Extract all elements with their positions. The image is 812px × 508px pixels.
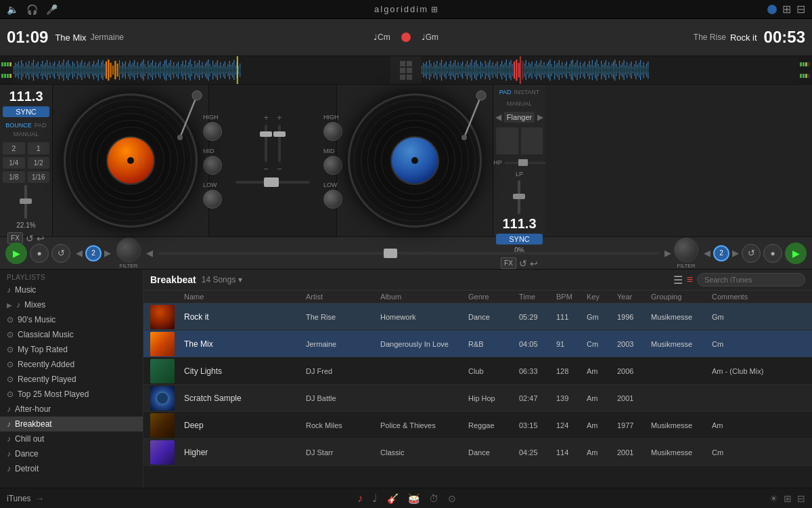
speaker-icon[interactable]: 🔈	[7, 4, 18, 15]
guitar-icon[interactable]: 🎸	[387, 493, 399, 504]
drum-icon[interactable]: 🥁	[408, 493, 420, 504]
left-cue-btn[interactable]: ●	[30, 244, 49, 263]
left-filter-knob[interactable]	[116, 238, 141, 262]
right-channel-fader[interactable]	[273, 131, 286, 137]
sidebar-item-90s[interactable]: ⊙ 90's Music	[0, 312, 143, 327]
clock-icon[interactable]: ⏱	[429, 493, 438, 504]
left-mode-pad[interactable]: PAD	[35, 122, 47, 129]
col-comments-header[interactable]: Comments	[712, 293, 805, 301]
left-pitch-next[interactable]: ▶	[664, 248, 671, 258]
song-icon[interactable]: ♩	[372, 492, 378, 505]
list-view-icon[interactable]: ≡	[687, 274, 693, 286]
left-mode-manual[interactable]: MANUAL	[14, 131, 39, 137]
headphones-icon[interactable]: 🎧	[26, 4, 38, 15]
track-count[interactable]: 14 Songs ▾	[202, 275, 242, 284]
window-btn-2[interactable]: ⊞	[782, 3, 791, 16]
col-genre-header[interactable]: Genre	[468, 293, 519, 301]
settings-icon[interactable]: ⊙	[448, 493, 456, 504]
waveform-center-grid[interactable]	[390, 56, 422, 84]
left-prev-btn[interactable]: ◀	[76, 248, 83, 258]
table-row[interactable]: The Mix Jermaine Dangerously In Love R&B…	[143, 331, 812, 358]
beat-1[interactable]: 1	[28, 142, 50, 154]
sidebar-item-top25[interactable]: ⊙ Top 25 Most Played	[0, 387, 143, 402]
hp-slider[interactable]	[518, 159, 528, 166]
sidebar-item-top-rated[interactable]: ⊙ My Top Rated	[0, 342, 143, 357]
sidebar-item-breakbeat[interactable]: ♪ Breakbeat	[0, 417, 143, 431]
minimize-icon[interactable]: ⊟	[797, 493, 805, 504]
left-pitch-slider[interactable]	[20, 198, 32, 204]
waveform-area[interactable]: // Inline bars drawn via SVG rects	[0, 56, 812, 85]
left-next-btn[interactable]: ▶	[104, 248, 111, 258]
col-album-header[interactable]: Album	[380, 293, 468, 301]
effect-prev-btn[interactable]: ◀	[495, 112, 501, 122]
sidebar-item-recently-added[interactable]: ⊙ Recently Added	[0, 357, 143, 372]
right-loop-badge[interactable]: 2	[713, 245, 729, 261]
table-row[interactable]: Rock it The Rise Homework Dance 05:29 11…	[143, 303, 812, 331]
left-loop-icon[interactable]: ↺	[26, 233, 34, 244]
brightness-icon[interactable]: ☀	[769, 493, 778, 504]
right-cue-btn[interactable]: ●	[763, 244, 782, 263]
right-fx-btn[interactable]: FX	[501, 257, 516, 269]
sidebar-item-mixes[interactable]: ▶ ♪ Mixes	[0, 297, 143, 312]
col-key-header[interactable]: Key	[587, 293, 617, 301]
col-name-header[interactable]: Name	[184, 293, 306, 301]
left-pitch-bar-handle[interactable]	[384, 249, 397, 258]
right-filter-knob[interactable]	[674, 238, 698, 262]
table-row[interactable]: Deep Rock Miles Police & Thieves Reggae …	[143, 412, 812, 439]
right-prev-btn[interactable]: ◀	[704, 248, 710, 258]
left-undo-icon[interactable]: ↩	[37, 233, 45, 244]
col-bpm-header[interactable]: BPM	[556, 293, 587, 301]
right-mode-manual[interactable]: MANUAL	[507, 100, 533, 107]
left-pitch-prev[interactable]: ◀	[146, 248, 153, 258]
right-loop-btn[interactable]: ↺	[742, 244, 761, 263]
list-menu-icon[interactable]: ☰	[673, 274, 683, 287]
left-loop-badge[interactable]: 2	[85, 245, 102, 261]
waveform-right[interactable]	[422, 56, 798, 84]
beat-1-2[interactable]: 1/2	[28, 157, 50, 169]
right-sync-btn[interactable]: SYNC	[496, 234, 543, 245]
table-row[interactable]: City Lights DJ Fred Club 06:33 128 Am 20…	[143, 358, 812, 385]
effect-name[interactable]: Flanger	[504, 112, 535, 123]
beat-1-16[interactable]: 1/16	[28, 171, 50, 183]
sidebar-item-classical[interactable]: ⊙ Classical Music	[0, 327, 143, 342]
sidebar-item-detroit[interactable]: ♪ Detroit	[0, 461, 143, 476]
sidebar-item-chillout[interactable]: ♪ Chill out	[0, 431, 143, 446]
col-time-header[interactable]: Time	[519, 293, 556, 301]
right-pitch-slider[interactable]	[513, 194, 525, 199]
col-artist-header[interactable]: Artist	[306, 293, 380, 301]
beat-1-4[interactable]: 1/4	[3, 157, 25, 169]
right-play-btn[interactable]: ▶	[785, 242, 807, 264]
search-input[interactable]	[697, 273, 805, 287]
window-btn-1[interactable]	[767, 5, 777, 14]
right-next-btn[interactable]: ▶	[732, 248, 739, 258]
mic-icon[interactable]: 🎤	[46, 4, 58, 15]
left-sync-btn[interactable]: SYNC	[3, 106, 49, 117]
right-mode-instant[interactable]: INSTANT	[514, 89, 540, 96]
window-btn-3[interactable]: ⊟	[796, 3, 805, 16]
sidebar-item-dance[interactable]: ♪ Dance	[0, 446, 143, 461]
music-library-icon[interactable]: ♪	[357, 492, 363, 505]
sidebar-item-afterhour[interactable]: ♪ After-hour	[0, 402, 143, 417]
col-grouping-header[interactable]: Grouping	[651, 293, 712, 301]
sidebar-item-recently-played[interactable]: ⊙ Recently Played	[0, 372, 143, 387]
grid-view-icon[interactable]: ⊞	[784, 493, 792, 504]
waveform-left[interactable]: // Inline bars drawn via SVG rects	[14, 56, 390, 84]
right-mode-pad[interactable]: PAD	[499, 89, 512, 96]
beat-1-8[interactable]: 1/8	[3, 171, 25, 183]
col-year-header[interactable]: Year	[617, 293, 651, 301]
crossfader[interactable]	[264, 177, 279, 187]
left-mode-bounce[interactable]: BOUNCE	[5, 122, 32, 129]
right-loop-icon[interactable]: ↺	[519, 258, 527, 269]
itunes-label[interactable]: iTunes	[7, 494, 31, 503]
record-indicator[interactable]	[401, 33, 411, 42]
left-channel-fader[interactable]	[260, 131, 272, 137]
right-undo-icon[interactable]: ↩	[530, 258, 538, 269]
effect-next-btn[interactable]: ▶	[537, 112, 543, 122]
beat-2[interactable]: 2	[3, 142, 25, 154]
left-loop-btn[interactable]: ↺	[51, 244, 70, 263]
table-row[interactable]: Higher DJ Starr Classic Dance 04:25 114 …	[143, 439, 812, 466]
sidebar-item-music[interactable]: ♪ Music	[0, 282, 143, 297]
left-play-btn[interactable]: ▶	[5, 242, 27, 264]
table-row[interactable]: Scratch Sample DJ Battle Hip Hop 02:47 1…	[143, 385, 812, 412]
add-to-playlist-icon[interactable]: →	[35, 493, 45, 504]
